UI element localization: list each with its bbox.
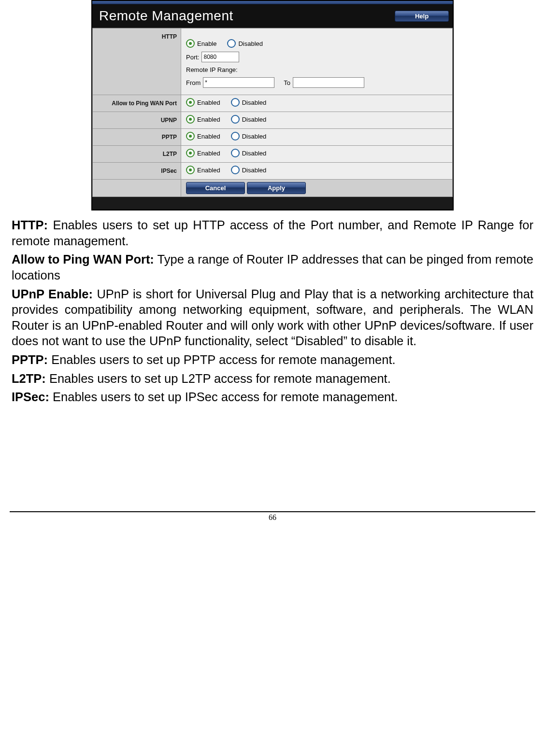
- radio-unchecked-icon: [231, 98, 240, 107]
- http-enable-label: Enable: [197, 40, 216, 47]
- desc-pptp-bold: PPTP:: [12, 353, 48, 366]
- radio-unchecked-icon: [231, 115, 240, 124]
- to-label: To: [284, 79, 290, 86]
- radio-checked-icon: [186, 115, 195, 124]
- l2tp-disabled-radio[interactable]: Disabled: [231, 149, 267, 157]
- ipsec-disabled-radio[interactable]: Disabled: [231, 166, 267, 174]
- cancel-button[interactable]: Cancel: [186, 182, 245, 194]
- ping-disabled-radio[interactable]: Disabled: [231, 98, 267, 107]
- remote-ip-range-label: Remote IP Range:: [186, 66, 238, 73]
- ping-enabled-radio[interactable]: Enabled: [186, 98, 220, 107]
- panel-title: Remote Management: [99, 8, 233, 24]
- desc-ping-bold: Allow to Ping WAN Port:: [12, 252, 154, 266]
- label-pptp: PPTP: [93, 129, 181, 146]
- upnp-enabled-radio[interactable]: Enabled: [186, 115, 220, 124]
- title-bar: Remote Management Help: [92, 4, 453, 28]
- description-text: HTTP: Enables users to set up HTTP acces…: [12, 217, 533, 405]
- radio-unchecked-icon: [231, 132, 240, 140]
- to-ip-input[interactable]: [293, 77, 364, 88]
- desc-upnp-bold: UPnP Enable:: [12, 287, 93, 301]
- upnp-disabled-radio[interactable]: Disabled: [231, 115, 267, 124]
- row-pptp: PPTP Enabled Disabled: [93, 129, 453, 146]
- radio-checked-icon: [186, 149, 195, 157]
- desc-l2tp-text: Enables users to set up L2TP access for …: [46, 372, 391, 385]
- radio-unchecked-icon: [227, 39, 236, 48]
- http-disabled-radio[interactable]: Disabled: [227, 39, 263, 48]
- http-enable-radio[interactable]: Enable: [186, 39, 216, 48]
- radio-unchecked-icon: [231, 166, 240, 174]
- footer-rule: [10, 511, 535, 512]
- port-label: Port:: [186, 54, 199, 61]
- row-l2tp: L2TP Enabled Disabled: [93, 146, 453, 163]
- row-buttons: CancelApply: [93, 180, 453, 197]
- page-number: 66: [10, 513, 535, 522]
- desc-pptp-text: Enables users to set up PPTP access for …: [48, 353, 396, 366]
- label-upnp: UPNP: [93, 112, 181, 129]
- http-disabled-label: Disabled: [238, 40, 263, 47]
- row-upnp: UPNP Enabled Disabled: [93, 112, 453, 129]
- help-button[interactable]: Help: [395, 11, 449, 22]
- panel-bottom-pad: [92, 197, 453, 210]
- radio-checked-icon: [186, 39, 195, 48]
- label-http: HTTP: [93, 28, 181, 95]
- port-input[interactable]: [201, 52, 239, 62]
- row-ping: Allow to Ping WAN Port Enabled Disabled: [93, 95, 453, 112]
- radio-checked-icon: [186, 132, 195, 140]
- radio-unchecked-icon: [231, 149, 240, 157]
- from-ip-input[interactable]: [203, 77, 274, 88]
- l2tp-enabled-radio[interactable]: Enabled: [186, 149, 220, 157]
- desc-http-text: Enables users to set up HTTP access of t…: [12, 218, 533, 248]
- label-l2tp: L2TP: [93, 146, 181, 163]
- window-top-strip: [92, 1, 453, 4]
- apply-button[interactable]: Apply: [247, 182, 306, 194]
- row-ipsec: IPSec Enabled Disabled: [93, 163, 453, 180]
- ipsec-enabled-radio[interactable]: Enabled: [186, 166, 220, 174]
- label-ping: Allow to Ping WAN Port: [93, 95, 181, 112]
- pptp-disabled-radio[interactable]: Disabled: [231, 132, 267, 140]
- desc-ipsec-text: Enables users to set up IPSec access for…: [49, 390, 398, 404]
- row-http: HTTP Enable Disabled: [93, 28, 453, 95]
- settings-form: HTTP Enable Disabled: [92, 28, 453, 197]
- radio-checked-icon: [186, 98, 195, 107]
- desc-ipsec-bold: IPSec:: [12, 390, 49, 404]
- desc-l2tp-bold: L2TP:: [12, 372, 46, 385]
- label-ipsec: IPSec: [93, 163, 181, 180]
- desc-http-bold: HTTP:: [12, 218, 48, 232]
- radio-checked-icon: [186, 166, 195, 174]
- from-label: From: [186, 79, 201, 86]
- remote-management-panel: Remote Management Help HTTP Enable: [91, 0, 454, 210]
- pptp-enabled-radio[interactable]: Enabled: [186, 132, 220, 140]
